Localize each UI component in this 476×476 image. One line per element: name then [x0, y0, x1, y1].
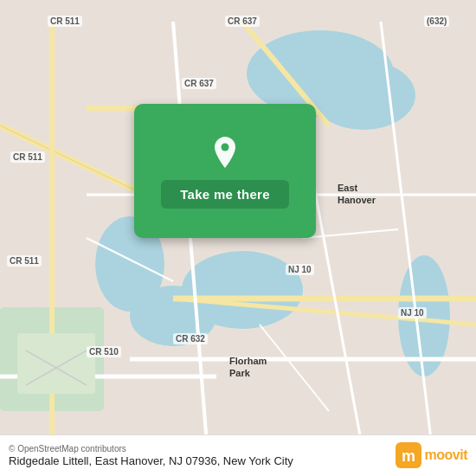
- svg-point-29: [222, 144, 229, 151]
- road-label-cr637-top: CR 637: [225, 16, 260, 27]
- attribution-text: © OpenStreetMap contributors: [9, 444, 389, 453]
- svg-rect-26: [17, 333, 95, 394]
- moovit-wordmark: moovit: [425, 447, 467, 463]
- moovit-icon: m: [396, 442, 421, 468]
- place-east-hanover: EastHanover: [338, 182, 376, 207]
- road-label-cr510: CR 510: [87, 346, 121, 357]
- svg-text:m: m: [402, 447, 415, 465]
- place-florham-park: FlorhamPark: [229, 355, 267, 380]
- road-label-nj10: NJ 10: [286, 264, 314, 275]
- location-card: Take me there: [134, 104, 316, 238]
- road-label-cr511-mid: CR 511: [10, 151, 45, 163]
- address-text: Ridgedale Littell, East Hanover, NJ 0793…: [9, 453, 389, 469]
- road-label-cr511-top: CR 511: [48, 16, 82, 27]
- road-label-632: (632): [424, 16, 449, 27]
- map-container: CR 511 CR 637 CR 637 CR 511 CR 511 NJ 10…: [0, 0, 476, 476]
- road-label-cr511-bot: CR 511: [7, 255, 42, 267]
- moovit-logo: m moovit: [396, 442, 467, 468]
- location-pin-icon: [206, 133, 244, 171]
- road-label-cr637-mid: CR 637: [182, 78, 216, 89]
- take-me-there-button[interactable]: Take me there: [161, 180, 289, 209]
- bottom-bar: © OpenStreetMap contributors Ridgedale L…: [0, 434, 476, 476]
- map-background: [0, 0, 476, 476]
- road-label-cr632: CR 632: [173, 333, 208, 344]
- bottom-info: © OpenStreetMap contributors Ridgedale L…: [9, 442, 389, 469]
- road-label-nj10-far: NJ 10: [398, 307, 427, 318]
